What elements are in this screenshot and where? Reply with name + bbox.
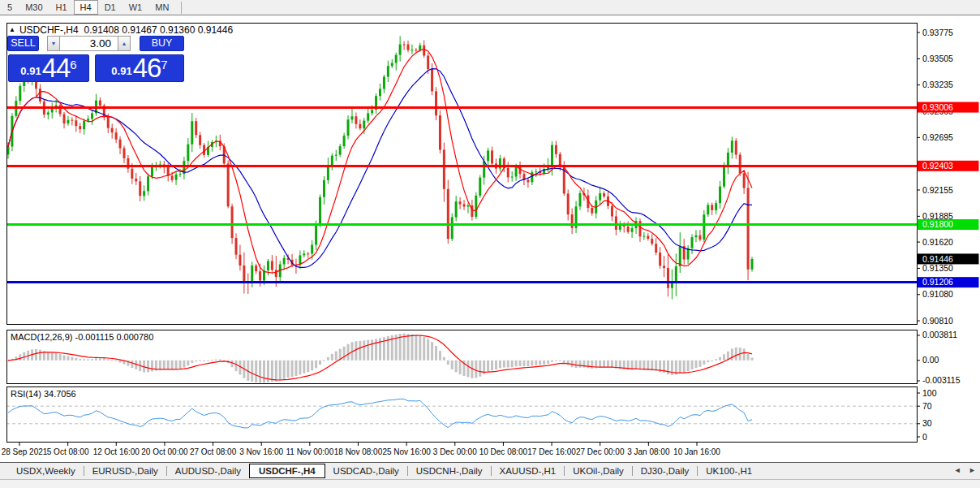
tab-scroll-arrows: ◄ ► [948, 466, 976, 474]
svg-text:0.00: 0.00 [922, 355, 939, 365]
sell-price-big: 44 [42, 56, 71, 80]
svg-text:0.91800: 0.91800 [922, 219, 953, 229]
pane-frames [7, 24, 918, 443]
volume-input[interactable] [59, 36, 118, 51]
symbol-tab-UK100-H1[interactable]: UK100-,H1 [698, 464, 760, 478]
svg-text:0.93505: 0.93505 [922, 54, 953, 63]
symbol-tab-DJ30-Daily[interactable]: DJ30-,Daily [633, 464, 697, 478]
svg-text:70: 70 [922, 401, 932, 411]
svg-text:11 Nov 00:00: 11 Nov 00:00 [286, 447, 333, 456]
svg-text:3 Nov 16:00: 3 Nov 16:00 [239, 447, 283, 456]
buy-button[interactable]: BUY [140, 36, 184, 51]
symbol-tab-USDX-Weekly[interactable]: USDX,Weekly [8, 464, 84, 478]
svg-text:-0.003115: -0.003115 [922, 375, 961, 385]
timeframe-button-H1[interactable]: H1 [49, 0, 74, 15]
svg-text:17 Dec 16:00: 17 Dec 16:00 [527, 447, 576, 456]
toolbar-separator [181, 2, 182, 14]
timeframe-button-M30[interactable]: M30 [19, 0, 49, 15]
rsi-line [8, 399, 752, 428]
svg-text:0.93235: 0.93235 [922, 80, 953, 89]
sell-price-prefix: 0.91 [20, 65, 41, 77]
tab-scroll-right-icon[interactable]: ► [969, 466, 976, 474]
svg-text:0.92695: 0.92695 [922, 132, 953, 142]
svg-text:25 Nov 16:00: 25 Nov 16:00 [382, 447, 431, 456]
symbol-tab-UKOil-Daily[interactable]: UKOil-,Daily [565, 464, 632, 478]
spin-up-icon: ▲ [122, 41, 127, 46]
svg-text:28 Sep 2021: 28 Sep 2021 [2, 447, 48, 456]
buy-price-sup: 7 [161, 58, 167, 71]
svg-text:3 Dec 00:00: 3 Dec 00:00 [433, 447, 477, 456]
svg-text:0.91350: 0.91350 [922, 263, 953, 273]
timeframe-button-MN[interactable]: MN [148, 0, 175, 15]
svg-text:100: 100 [922, 388, 937, 398]
svg-text:10 Dec 08:00: 10 Dec 08:00 [479, 447, 528, 456]
svg-text:18 Nov 08:00: 18 Nov 08:00 [334, 447, 383, 456]
svg-text:0.92403: 0.92403 [922, 161, 953, 171]
one-click-trade-panel: SELL ▼ ▲ BUY 0.91 44 6 0.91 46 7 [7, 36, 185, 82]
svg-text:0.91446: 0.91446 [922, 254, 953, 264]
volume-decrease-button[interactable]: ▼ [47, 36, 60, 51]
svg-text:10 Jan 16:00: 10 Jan 16:00 [673, 447, 720, 456]
symbol-tab-USDCAD-Daily[interactable]: USDCAD-,Daily [325, 464, 407, 478]
symbol-tab-EURUSD-Daily[interactable]: EURUSD-,Daily [84, 464, 166, 478]
date-axis: 28 Sep 20215 Oct 08:0012 Oct 16:0020 Oct… [2, 443, 721, 456]
sell-price-tile[interactable]: 0.91 44 6 [8, 54, 89, 82]
timeframe-toolbar: 5M30H1H4D1W1MN [0, 0, 980, 15]
svg-text:30: 30 [922, 418, 932, 428]
volume-increase-button[interactable]: ▲ [118, 36, 131, 51]
svg-text:0.90810: 0.90810 [922, 316, 953, 326]
symbol-tab-USDCHF-H4[interactable]: USDCHF-,H4 [249, 464, 325, 478]
tab-scroll-left-icon[interactable]: ◄ [954, 466, 961, 474]
rsi-indicator-label: RSI(14) 34.7056 [11, 389, 76, 399]
symbol-tab-USDCNH-Daily[interactable]: USDCNH-,Daily [408, 464, 491, 478]
chart-title: ▲USDCHF-,H40.91408 0.91467 0.91360 0.914… [9, 24, 233, 36]
svg-text:0.93006: 0.93006 [922, 102, 953, 112]
symbol-tab-XAUUSD-H1[interactable]: XAUUSD-,H1 [492, 464, 565, 478]
timeframe-button-5[interactable]: 5 [1, 0, 19, 15]
svg-text:27 Oct 08:00: 27 Oct 08:00 [190, 447, 237, 456]
svg-text:0: 0 [922, 432, 927, 442]
price-axis: 0.937750.935050.932350.929650.926950.921… [917, 28, 961, 442]
timeframe-button-W1[interactable]: W1 [122, 0, 149, 15]
chart-ohlc-values: 0.91408 0.91467 0.91360 0.91446 [84, 24, 234, 36]
buy-price-big: 46 [133, 56, 161, 80]
status-bar [0, 479, 980, 488]
svg-text:0.92155: 0.92155 [922, 185, 953, 195]
sell-button[interactable]: SELL [7, 36, 39, 51]
svg-text:27 Dec 00:00: 27 Dec 00:00 [576, 447, 625, 456]
spin-down-icon: ▼ [51, 41, 57, 46]
buy-price-tile[interactable]: 0.91 46 7 [95, 54, 184, 82]
svg-text:12 Oct 16:00: 12 Oct 16:00 [93, 447, 140, 456]
sell-price-sup: 6 [70, 58, 76, 71]
timeframe-button-H4[interactable]: H4 [74, 0, 98, 15]
svg-text:0.91206: 0.91206 [922, 277, 953, 287]
price-badges: 0.930060.924030.918000.912060.91446 [918, 102, 979, 288]
timeframe-button-D1[interactable]: D1 [98, 0, 122, 15]
svg-text:5 Oct 08:00: 5 Oct 08:00 [47, 447, 89, 456]
chart-symbol-period: USDCHF-,H4 [19, 24, 79, 36]
svg-text:3 Jan 08:00: 3 Jan 08:00 [627, 447, 670, 456]
svg-text:0.93775: 0.93775 [922, 28, 953, 37]
buy-price-prefix: 0.91 [111, 65, 131, 77]
macd-indicator-label: MACD(12,26,9) -0.001115 0.000780 [11, 332, 153, 342]
svg-text:0.91080: 0.91080 [922, 289, 953, 299]
symbol-tabbar: USDX,WeeklyEURUSD-,DailyAUDUSD-,DailyUSD… [0, 462, 980, 479]
svg-text:20 Oct 00:00: 20 Oct 00:00 [141, 447, 188, 456]
symbol-tab-AUDUSD-Daily[interactable]: AUDUSD-,Daily [167, 464, 249, 478]
collapse-arrow-icon[interactable]: ▲ [9, 26, 15, 33]
svg-text:0.003811: 0.003811 [922, 330, 957, 339]
svg-text:0.91620: 0.91620 [922, 237, 953, 247]
